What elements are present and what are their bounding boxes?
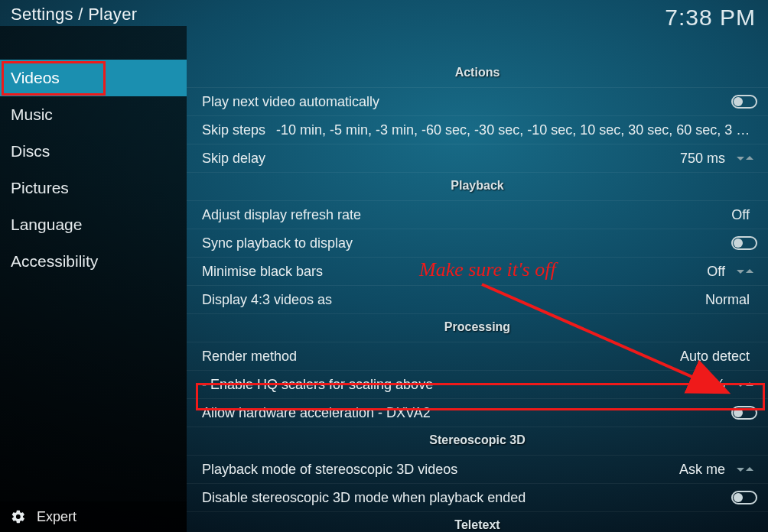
spinner-icon[interactable]: [733, 466, 757, 473]
section-playback: Playback: [187, 173, 768, 201]
setting-stereo-disable[interactable]: Disable stereoscopic 3D mode when playba…: [187, 484, 768, 512]
sidebar: Videos Music Discs Pictures Language Acc…: [0, 26, 187, 532]
setting-sync-playback[interactable]: Sync playback to display: [187, 229, 768, 258]
spinner-icon[interactable]: [733, 268, 757, 275]
setting-black-bars[interactable]: Minimise black bars Off: [187, 258, 768, 286]
setting-refresh-rate[interactable]: Adjust display refresh rate Off: [187, 201, 768, 229]
sidebar-item-label: Pictures: [11, 179, 69, 197]
toggle-off-icon[interactable]: [731, 95, 757, 109]
setting-play-next[interactable]: Play next video automatically: [187, 88, 768, 116]
section-actions: Actions: [187, 60, 768, 88]
setting-label: Adjust display refresh rate: [202, 207, 361, 223]
sidebar-item-discs[interactable]: Discs: [0, 133, 187, 170]
setting-render-method[interactable]: Render method Auto detect: [187, 342, 768, 371]
spinner-icon[interactable]: [733, 381, 757, 388]
toggle-off-icon[interactable]: [731, 491, 757, 504]
sidebar-item-videos[interactable]: Videos: [0, 60, 187, 96]
setting-label: Skip delay: [202, 151, 265, 167]
settings-level-label: Expert: [37, 509, 76, 525]
sidebar-item-label: Accessibility: [11, 252, 98, 271]
setting-label: Minimise black bars: [202, 264, 323, 280]
settings-content: Actions Play next video automatically Sk…: [187, 26, 768, 532]
gear-icon: [11, 509, 26, 524]
section-processing: Processing: [187, 314, 768, 342]
setting-value: Auto detect: [297, 349, 757, 365]
section-stereoscopic: Stereoscopic 3D: [187, 427, 768, 456]
setting-dxva2[interactable]: Allow hardware acceleration - DXVA2: [187, 399, 768, 427]
setting-skip-delay[interactable]: Skip delay 750 ms: [187, 144, 768, 173]
setting-display-4-3[interactable]: Display 4:3 videos as Normal: [187, 286, 768, 314]
setting-value: 750 ms: [265, 151, 733, 167]
setting-label: Disable stereoscopic 3D mode when playba…: [202, 490, 526, 506]
setting-label: Playback mode of stereoscopic 3D videos: [202, 462, 457, 478]
setting-label: - Enable HQ scalers for scaling above: [202, 377, 433, 393]
setting-label: Play next video automatically: [202, 94, 379, 110]
setting-value: Off: [323, 264, 733, 280]
setting-value: 20 %: [433, 377, 733, 393]
sidebar-item-label: Discs: [11, 142, 50, 161]
toggle-off-icon[interactable]: [731, 236, 757, 250]
setting-skip-steps[interactable]: Skip steps -10 min, -5 min, -3 min, -60 …: [187, 116, 768, 144]
setting-label: Sync playback to display: [202, 235, 353, 251]
section-teletext: Teletext: [187, 512, 768, 532]
settings-level-button[interactable]: Expert: [0, 501, 187, 532]
setting-label: Skip steps: [202, 122, 265, 138]
sidebar-item-label: Music: [11, 105, 53, 124]
setting-value: Off: [361, 207, 757, 223]
setting-label: Display 4:3 videos as: [202, 292, 332, 308]
sidebar-item-pictures[interactable]: Pictures: [0, 170, 187, 206]
spinner-icon[interactable]: [733, 154, 757, 162]
setting-value: Normal: [332, 292, 757, 308]
sidebar-item-language[interactable]: Language: [0, 206, 187, 243]
setting-label: Render method: [202, 349, 297, 365]
setting-label: Allow hardware acceleration - DXVA2: [202, 405, 431, 421]
breadcrumb: Settings / Player: [11, 5, 137, 24]
sidebar-item-label: Videos: [11, 69, 60, 87]
sidebar-item-label: Language: [11, 216, 82, 234]
toggle-off-icon[interactable]: [731, 406, 757, 420]
setting-value: Ask me: [457, 462, 733, 478]
setting-hq-scalers[interactable]: - Enable HQ scalers for scaling above 20…: [187, 371, 768, 399]
setting-value: -10 min, -5 min, -3 min, -60 sec, -30 se…: [265, 122, 757, 138]
sidebar-item-music[interactable]: Music: [0, 96, 187, 133]
setting-stereo-mode[interactable]: Playback mode of stereoscopic 3D videos …: [187, 456, 768, 484]
sidebar-item-accessibility[interactable]: Accessibility: [0, 243, 187, 280]
